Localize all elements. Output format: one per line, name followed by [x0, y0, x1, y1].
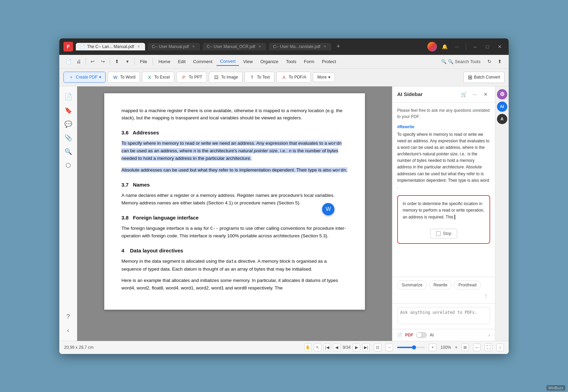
summarize-button[interactable]: Summarize [397, 281, 427, 289]
menu-convert[interactable]: Convert [216, 57, 239, 66]
to-pdfa-button[interactable]: A To PDF/A [276, 72, 311, 83]
pdf-viewer[interactable]: mapped to a machine register if there is… [77, 86, 392, 341]
create-pdf-dropdown[interactable]: ▾ [99, 75, 101, 80]
tab-3[interactable]: C-- User Manual_OCR.pdf ✕ [203, 43, 266, 50]
to-excel-button[interactable]: X To Excel [142, 72, 174, 83]
last-page-button[interactable]: ▶| [362, 344, 370, 351]
rotate-button[interactable]: ↔ [473, 344, 481, 351]
menu-edit[interactable]: Edit [175, 58, 189, 66]
to-word-button[interactable]: W To Word [108, 72, 140, 83]
menu-view[interactable]: View [240, 58, 256, 66]
more-button[interactable]: More ▾ [313, 72, 335, 82]
dropdown-icon[interactable]: ▾ [122, 57, 132, 66]
close-button[interactable]: ✕ [495, 42, 505, 51]
tab-close-4[interactable]: ✕ [322, 44, 327, 49]
fullscreen-button[interactable]: ⛶ [485, 344, 492, 351]
tab-close-3[interactable]: ✕ [257, 44, 262, 49]
pdf-pre-text: mapped to a machine register if there is… [121, 107, 348, 122]
menu-protect[interactable]: Protect [318, 58, 339, 66]
menu-form[interactable]: Form [300, 58, 318, 66]
prev-page-button[interactable]: ◀ [333, 344, 341, 351]
create-pdf-button[interactable]: ＋ Create PDF ▾ [63, 72, 106, 83]
search-tools-button[interactable]: 🔍 🔍 Search Tools [438, 58, 484, 66]
batch-convert-button[interactable]: ⊞ Batch Convert [463, 72, 505, 83]
excel-icon: X [146, 74, 153, 80]
tab-2[interactable]: C-- User Manual.pdf ✕ [148, 43, 200, 50]
sidebar-attach-icon[interactable]: 📎 [62, 132, 74, 144]
page-icon[interactable]: 📄 [63, 57, 73, 66]
pdf-data-text-2: Here is an example that allocates and in… [121, 277, 348, 292]
refresh-icon[interactable]: ↻ [485, 57, 494, 66]
tab-2-label: C-- User Manual.pdf [152, 44, 189, 49]
sidebar-bookmark-icon[interactable]: 🔖 [62, 104, 74, 117]
ai-actions-more[interactable]: ⋮ [482, 292, 490, 300]
to-pdfa-label: To PDF/A [289, 75, 306, 80]
tab-3-label: C-- User Manual_OCR.pdf [207, 44, 255, 49]
select-tool[interactable]: ↖ [314, 344, 321, 351]
sidebar-layers-icon[interactable]: ⬡ [62, 159, 74, 171]
ai-rewrite-text: To specify where in memory to read or wr… [397, 131, 490, 191]
ai-cart-button[interactable]: 🛒 [459, 90, 468, 99]
watermark: WinBuzz [546, 385, 565, 391]
translate-button[interactable]: W [322, 203, 334, 215]
fit-page-button[interactable]: ⊞ [461, 344, 469, 351]
avatar[interactable] [427, 42, 437, 51]
share-icon[interactable]: ⬆ [112, 57, 122, 66]
zoom-in-button[interactable]: + [429, 344, 436, 351]
more-options-button[interactable]: ··· [452, 42, 462, 51]
ai-stop-button[interactable]: Stop [430, 229, 457, 238]
zoom-slider-area[interactable] [397, 347, 425, 348]
first-page-button[interactable]: |◀ [323, 344, 331, 351]
settings-icon-btn[interactable]: ⚙ [497, 89, 507, 99]
to-ppt-button[interactable]: P To PPT [176, 72, 206, 83]
section-36-title: Addresses [133, 130, 159, 135]
ai-close-button[interactable]: ✕ [481, 90, 490, 99]
tab-close-active[interactable]: ✕ [136, 44, 141, 49]
sidebar-help-icon[interactable]: ? [62, 311, 74, 323]
cursor-tool[interactable]: ✋ [304, 344, 312, 351]
tab-4-label: C-- User Ma...ranslate.pdf [273, 44, 320, 49]
proofread-button[interactable]: Proofread [454, 281, 481, 289]
sidebar-collapse-icon[interactable]: ‹ [62, 324, 74, 337]
maximize-button[interactable]: □ [483, 42, 492, 51]
zoom-percentage: 100% [440, 345, 451, 350]
ppt-icon: P [181, 74, 187, 80]
notifications-button[interactable]: 🔔 [440, 42, 449, 51]
next-page-button[interactable]: ▶ [353, 344, 360, 351]
minimize-button[interactable]: – [470, 42, 480, 51]
ai-toggle[interactable] [416, 332, 427, 338]
zoom-out-button[interactable]: − [386, 344, 393, 351]
tab-close-2[interactable]: ✕ [191, 44, 196, 49]
ai-icon-btn[interactable]: AI [497, 102, 507, 112]
zoom-dropdown-icon[interactable]: ▾ [455, 345, 457, 350]
menu-home[interactable]: Home [155, 58, 174, 66]
page-crop-button[interactable]: ⊡ [374, 344, 381, 351]
rewrite-button[interactable]: Rewrite [429, 281, 452, 289]
to-image-button[interactable]: 🖼 To Image [209, 72, 242, 83]
word-icon-btn[interactable]: A [497, 114, 507, 124]
undo-icon[interactable]: ↩ [88, 57, 97, 66]
pdf-page: mapped to a machine register if there is… [104, 93, 365, 310]
new-tab-button[interactable]: + [334, 43, 342, 51]
zoom-slider[interactable] [397, 347, 425, 348]
ai-expand-button[interactable]: › [488, 332, 490, 338]
sidebar-comment-icon[interactable]: 💬 [62, 118, 74, 130]
upload-icon[interactable]: ⬆ [495, 57, 505, 66]
pdf-icon: 📄 [397, 333, 402, 337]
menu-comment[interactable]: Comment [190, 58, 216, 66]
create-pdf-icon: ＋ [68, 74, 74, 80]
menu-tools[interactable]: Tools [283, 58, 300, 66]
tab-active[interactable]: 📄 The C-- Lan... Manual.pdf ✕ [76, 43, 145, 50]
sidebar-search-icon[interactable]: 🔍 [62, 145, 74, 158]
menu-organize[interactable]: Organize [257, 58, 282, 66]
ai-more-button[interactable]: ··· [470, 90, 479, 99]
ai-input-field[interactable] [397, 307, 490, 324]
to-text-button[interactable]: T To Text [245, 72, 274, 83]
menu-file[interactable]: File [137, 58, 151, 66]
settings-button[interactable]: ↕ [496, 344, 504, 351]
sidebar-page-icon[interactable]: 📄 [62, 91, 74, 103]
print-icon[interactable]: 🖨 [74, 57, 83, 66]
stop-label: Stop [443, 231, 451, 236]
redo-icon[interactable]: ↪ [98, 57, 108, 66]
tab-4[interactable]: C-- User Ma...ranslate.pdf ✕ [269, 43, 331, 50]
